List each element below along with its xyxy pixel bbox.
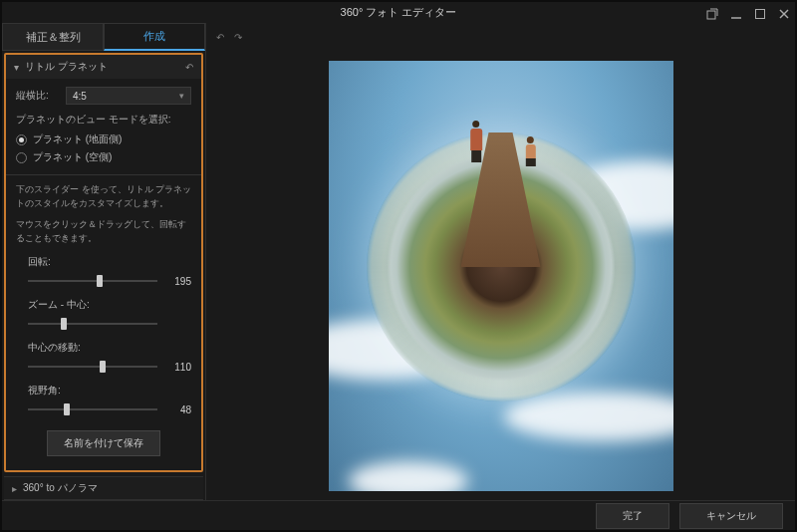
little-planet-section: ▾ リトル プラネット ↶ 縦横比: 4:5 プラネットのビュー モードを選択: <box>4 53 203 472</box>
save-as-button[interactable]: 名前を付けて保存 <box>47 430 160 456</box>
undo-icon[interactable]: ↶ <box>185 62 193 73</box>
help-text-1: 下のスライダー を使って、リトル プラネットのスタイルをカスタマイズします。 <box>16 183 191 210</box>
svg-rect-0 <box>707 11 715 19</box>
undo-button[interactable]: ↶ <box>216 32 224 43</box>
radio-planet-sky[interactable]: プラネット (空側) <box>16 150 191 164</box>
aspect-label: 縦横比: <box>16 89 66 103</box>
slider-fov-label: 視野角: <box>16 384 191 398</box>
radio-icon <box>16 134 27 145</box>
section-title: リトル プラネット <box>25 60 108 74</box>
canvas-area[interactable] <box>206 51 795 500</box>
minimize-icon[interactable] <box>729 7 743 21</box>
view-mode-label: プラネットのビュー モードを選択: <box>16 113 191 127</box>
svg-rect-2 <box>756 10 765 19</box>
radio-planet-ground[interactable]: プラネット (地面側) <box>16 133 191 146</box>
slider-center-label: 中心の移動: <box>16 341 191 355</box>
slider-zoom[interactable] <box>28 317 157 331</box>
divider <box>6 174 201 175</box>
chevron-right-icon: ▸ <box>12 483 17 494</box>
slider-rotation[interactable] <box>28 274 157 288</box>
slider-center[interactable] <box>28 360 157 374</box>
panorama-section-header[interactable]: ▸ 360° to パノラマ <box>4 476 203 500</box>
done-button[interactable]: 完了 <box>596 503 669 529</box>
chevron-down-icon: ▾ <box>14 62 19 73</box>
footer: 完了 キャンセル <box>2 500 795 530</box>
panorama-title: 360° to パノラマ <box>23 481 98 495</box>
slider-fov-value: 48 <box>165 404 191 415</box>
tab-create[interactable]: 作成 <box>104 23 205 51</box>
cancel-button[interactable]: キャンセル <box>679 503 783 529</box>
redo-button[interactable]: ↷ <box>234 32 242 43</box>
help-text-2: マウスをクリック＆ドラッグして、回転することもできます。 <box>16 218 191 245</box>
preview-panel: ↶ ↷ <box>206 23 795 500</box>
left-panel: 補正＆整列 作成 ▾ リトル プラネット ↶ 縦横比: 4:5 <box>2 23 206 500</box>
little-planet-header[interactable]: ▾ リトル プラネット ↶ <box>6 55 201 79</box>
titlebar: 360° フォト エディター <box>2 2 795 23</box>
slider-fov[interactable] <box>28 402 157 416</box>
slider-zoom-label: ズーム - 中心: <box>16 298 191 312</box>
popout-icon[interactable] <box>705 7 719 21</box>
preview-image <box>329 61 673 491</box>
tab-correct-align[interactable]: 補正＆整列 <box>2 23 104 51</box>
radio-icon <box>16 152 27 163</box>
close-icon[interactable] <box>777 7 791 21</box>
maximize-icon[interactable] <box>753 7 767 21</box>
aspect-select[interactable]: 4:5 <box>66 87 191 105</box>
window-title: 360° フォト エディター <box>341 5 457 20</box>
slider-rotation-label: 回転: <box>16 255 191 269</box>
slider-center-value: 110 <box>165 362 191 373</box>
slider-rotation-value: 195 <box>165 276 191 287</box>
